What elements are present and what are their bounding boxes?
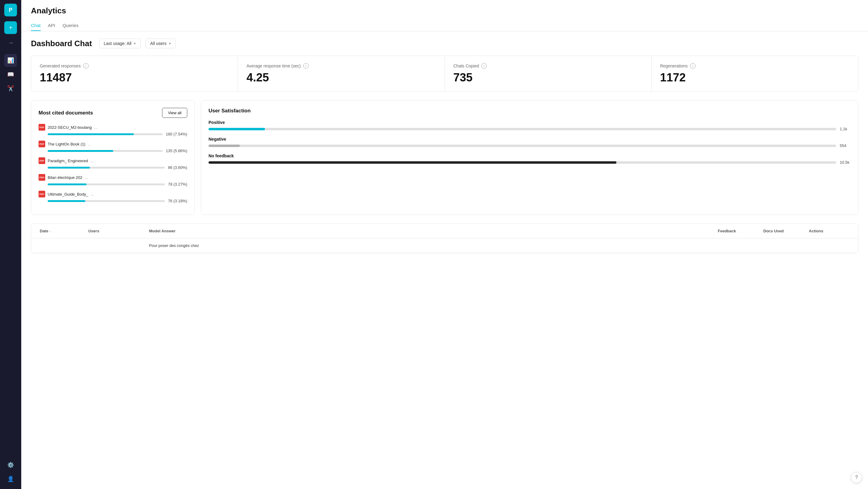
progress-fill: [48, 167, 90, 169]
list-item: PDF Ultimate_Guide_Body_ ... 76 (3.18%): [38, 191, 187, 203]
tabs: Chat API Queries: [31, 20, 858, 31]
doc-dots: ...: [85, 175, 88, 180]
doc-dots: ...: [94, 125, 97, 130]
filter-users-dropdown[interactable]: All users ▼: [146, 38, 176, 48]
progress-track: [48, 167, 165, 169]
stat-generated-responses: Generated responses i 11487: [31, 56, 238, 91]
doc-count: 76 (3.18%): [168, 199, 187, 203]
stat-value-chats: 735: [454, 71, 643, 84]
add-button[interactable]: +: [4, 21, 17, 34]
progress-track: [48, 200, 165, 202]
stat-label-generated: Generated responses: [40, 63, 81, 68]
sat-track-nofeedback: [209, 161, 836, 164]
table-row: Pour poser des congés chez: [31, 238, 858, 253]
info-icon-chats[interactable]: i: [482, 63, 487, 69]
lower-section: Most cited documents View all PDF 2022-S…: [31, 100, 858, 215]
progress-track: [48, 183, 165, 185]
satisfaction-nofeedback: No feedback 10.5k: [209, 153, 851, 165]
stat-value-avg: 4.25: [246, 71, 436, 84]
pdf-icon: PDF: [38, 124, 45, 131]
progress-fill: [48, 150, 113, 152]
doc-count: 135 (5.66%): [166, 148, 187, 153]
sat-fill-nofeedback: [209, 161, 616, 164]
sidebar-nav: 📊 📖 ✂️: [4, 54, 17, 456]
doc-name: Bilan électrique 202: [48, 175, 82, 180]
filter-usage-dropdown[interactable]: Last usage: All ▼: [99, 38, 141, 48]
doc-dots: ...: [88, 142, 91, 146]
tab-api[interactable]: API: [48, 20, 55, 31]
doc-count: 180 (7.54%): [166, 132, 187, 136]
sat-value-positive: 1.1k: [840, 127, 851, 131]
info-icon-avg[interactable]: i: [303, 63, 309, 69]
doc-name: Paradigm_ Engineered: [48, 159, 88, 163]
dashboard-header: Dashboard Chat Last usage: All ▼ All use…: [31, 38, 858, 48]
info-icon-generated[interactable]: i: [83, 63, 89, 69]
stat-regenerations: Regenerations i 1172: [652, 56, 858, 91]
stat-avg-response: Average response time (sec) i 4.25: [238, 56, 444, 91]
doc-dots: ...: [91, 192, 94, 197]
sidebar-logo[interactable]: P: [4, 4, 17, 17]
sidebar-item-profile[interactable]: 👤: [4, 472, 17, 485]
sidebar-item-library[interactable]: 📖: [4, 68, 17, 81]
chevron-down-icon: ▼: [133, 42, 136, 45]
progress-track: [48, 133, 163, 135]
pdf-icon: PDF: [38, 191, 45, 197]
sat-label-nofeedback: No feedback: [209, 153, 851, 158]
doc-count: 86 (3.60%): [168, 165, 187, 170]
list-item: PDF 2022-SECU_M2-boulang ... 180 (7.54%): [38, 124, 187, 136]
info-icon-regen[interactable]: i: [690, 63, 695, 69]
most-cited-card: Most cited documents View all PDF 2022-S…: [31, 100, 195, 215]
doc-dots: ...: [90, 159, 94, 163]
view-all-button[interactable]: View all: [162, 108, 187, 118]
stat-value-regen: 1172: [660, 71, 849, 84]
sat-track-positive: [209, 128, 836, 130]
sat-label-negative: Negative: [209, 137, 851, 142]
td-actions: [806, 238, 852, 253]
page-title: Analytics: [31, 6, 858, 16]
sat-track-negative: [209, 145, 836, 147]
th-date[interactable]: Date ↓: [37, 224, 86, 238]
content-area: Dashboard Chat Last usage: All ▼ All use…: [21, 31, 868, 489]
td-users: [86, 238, 147, 253]
sat-fill-negative: [209, 145, 240, 147]
pdf-icon: PDF: [38, 141, 45, 147]
th-model-answer: Model Answer: [147, 224, 715, 238]
help-button[interactable]: ?: [851, 472, 862, 483]
list-item: PDF Bilan électrique 202 ... 78 (3.27%): [38, 174, 187, 186]
sat-fill-positive: [209, 128, 265, 130]
doc-count: 78 (3.27%): [168, 182, 187, 186]
th-docs-used: Docs Used: [761, 224, 806, 238]
tab-chat[interactable]: Chat: [31, 20, 41, 31]
table-header: Date ↓ Users Model Answer Feedback Docs …: [31, 224, 858, 238]
sidebar-item-tools[interactable]: ✂️: [4, 82, 17, 95]
sat-label-positive: Positive: [209, 120, 851, 125]
stat-chats-copied: Chats Copied i 735: [445, 56, 651, 91]
td-date: [37, 238, 86, 253]
sort-icon: ↓: [50, 229, 51, 233]
sidebar-nav-arrow[interactable]: →: [4, 36, 17, 49]
stat-label-chats: Chats Copied: [454, 63, 479, 68]
stats-row: Generated responses i 11487 Average resp…: [31, 56, 858, 92]
th-feedback: Feedback: [715, 224, 761, 238]
stat-value-generated: 11487: [40, 71, 229, 84]
progress-fill: [48, 133, 134, 135]
docs-card-header: Most cited documents View all: [38, 108, 187, 118]
td-docs-used: [761, 238, 806, 253]
list-item: PDF Paradigm_ Engineered ... 86 (3.60%): [38, 157, 187, 170]
satisfaction-card: User Satisfaction Positive 1.1k Negative: [201, 100, 858, 215]
progress-fill: [48, 200, 85, 202]
main-content: Analytics Chat API Queries Dashboard Cha…: [21, 0, 868, 489]
data-table: Date ↓ Users Model Answer Feedback Docs …: [31, 224, 858, 253]
sidebar-item-settings[interactable]: ⚙️: [4, 459, 17, 471]
td-model-answer: Pour poser des congés chez: [147, 238, 715, 253]
doc-name: Ultimate_Guide_Body_: [48, 192, 88, 197]
pdf-icon: PDF: [38, 157, 45, 164]
page-header: Analytics Chat API Queries: [21, 0, 868, 31]
satisfaction-negative: Negative 554: [209, 137, 851, 148]
th-users: Users: [86, 224, 147, 238]
sidebar-item-analytics[interactable]: 📊: [4, 54, 17, 67]
sidebar-bottom: ⚙️ 👤: [4, 459, 17, 485]
tab-queries[interactable]: Queries: [63, 20, 79, 31]
th-actions: Actions: [806, 224, 852, 238]
dashboard-title: Dashboard Chat: [31, 39, 92, 48]
